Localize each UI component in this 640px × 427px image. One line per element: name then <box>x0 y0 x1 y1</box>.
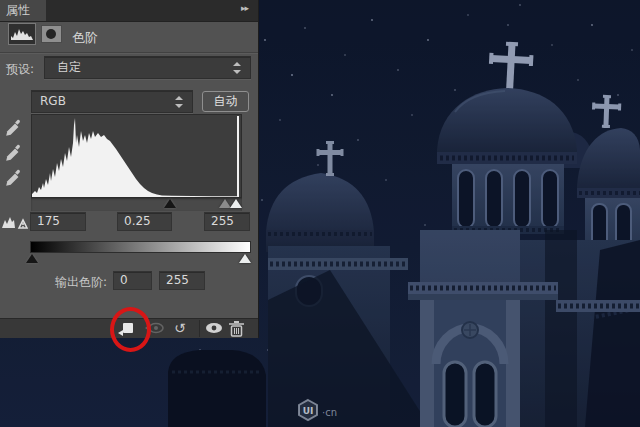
stepper-icon <box>233 62 242 74</box>
levels-adjustment-icon[interactable] <box>8 23 36 45</box>
mask-thumbnail-icon[interactable] <box>41 25 62 43</box>
channel-value: RGB <box>32 91 66 112</box>
panel-tabbar: 属性 ▸▸ <box>0 0 258 22</box>
auto-button[interactable]: 自动 <box>202 91 249 112</box>
reset-button[interactable]: ↺ <box>174 319 186 337</box>
tab-properties[interactable]: 属性 <box>0 0 46 21</box>
annotation-red-circle <box>110 307 151 352</box>
white-level-input[interactable]: 255 <box>204 212 250 231</box>
divider <box>0 52 258 54</box>
preset-label: 预设: <box>6 61 34 78</box>
black-input-slider[interactable] <box>164 199 176 208</box>
preset-value: 自定 <box>45 57 81 78</box>
stepper-icon <box>175 96 184 108</box>
screenshot-stage: UI ·cn 属性 ▸▸ 色阶 预设: 自定 RGB <box>0 0 640 427</box>
panel-menu-icon[interactable]: ▸▸ <box>241 3 248 13</box>
black-point-eyedropper-icon[interactable] <box>4 118 24 138</box>
histogram-warning-icon[interactable] <box>2 212 28 232</box>
visibility-eye-button[interactable] <box>205 320 223 340</box>
levels-histogram[interactable] <box>31 114 242 198</box>
watermark-logo: UI <box>303 406 314 416</box>
output-levels-label: 输出色阶: <box>55 274 107 291</box>
output-white-slider[interactable] <box>239 254 251 263</box>
properties-panel: 属性 ▸▸ 色阶 预设: 自定 RGB 自动 <box>0 0 259 338</box>
tab-properties-label: 属性 <box>6 3 30 17</box>
gamma-input[interactable]: 0.25 <box>117 212 172 231</box>
output-black-input[interactable]: 0 <box>113 271 152 290</box>
white-input-slider[interactable] <box>230 199 242 208</box>
input-slider-track[interactable] <box>31 198 242 211</box>
auto-button-label: 自动 <box>214 94 238 108</box>
panel-title: 色阶 <box>72 29 98 47</box>
delete-trash-button[interactable] <box>228 320 245 341</box>
mask-dot <box>46 29 56 39</box>
preset-dropdown[interactable]: 自定 <box>44 56 251 79</box>
output-gradient-bar[interactable] <box>30 241 251 253</box>
output-white-input[interactable]: 255 <box>159 271 205 290</box>
white-point-eyedropper-icon[interactable] <box>4 168 24 188</box>
gray-point-eyedropper-icon[interactable] <box>4 143 24 163</box>
output-black-slider[interactable] <box>26 254 38 263</box>
black-level-input[interactable]: 175 <box>30 212 86 231</box>
channel-dropdown[interactable]: RGB <box>31 90 193 113</box>
histogram-255-spike <box>237 116 239 197</box>
watermark-suffix: ·cn <box>322 407 337 418</box>
toolbar-divider <box>199 320 200 337</box>
